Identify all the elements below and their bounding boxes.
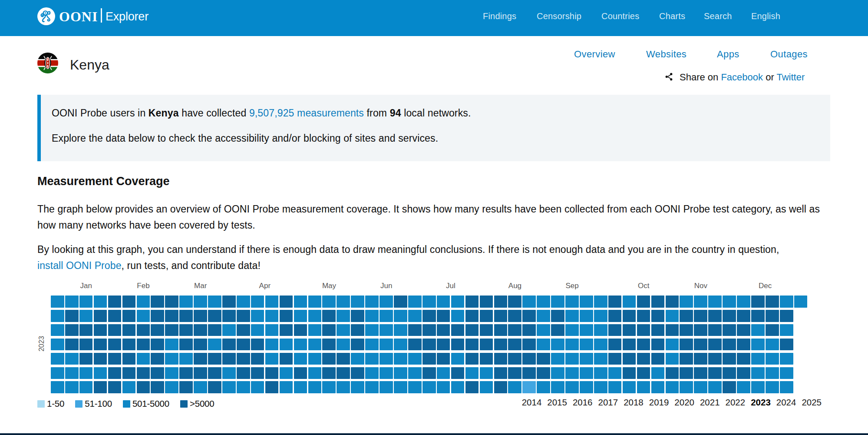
heatmap-cell[interactable] (251, 296, 264, 308)
heatmap-cell[interactable] (408, 339, 422, 351)
heatmap-cell[interactable] (751, 296, 765, 308)
heatmap-cell[interactable] (537, 381, 550, 393)
heatmap-cell[interactable] (422, 296, 436, 308)
heatmap-cell[interactable] (437, 324, 450, 336)
heatmap-cell[interactable] (208, 353, 221, 365)
heatmap-cell[interactable] (222, 324, 236, 336)
heatmap-cell[interactable] (137, 353, 150, 365)
heatmap-cell[interactable] (65, 339, 79, 351)
heatmap-cell[interactable] (551, 296, 564, 308)
heatmap-cell[interactable] (494, 296, 508, 308)
heatmap-cell[interactable] (122, 339, 136, 351)
heatmap-cell[interactable] (580, 296, 593, 308)
heatmap-cell[interactable] (537, 339, 550, 351)
heatmap-cell[interactable] (79, 367, 93, 379)
heatmap-cell[interactable] (108, 367, 122, 379)
heatmap-cell[interactable] (308, 310, 322, 322)
heatmap-cell[interactable] (608, 324, 622, 336)
heatmap-cell[interactable] (623, 339, 636, 351)
heatmap-cell[interactable] (794, 296, 808, 308)
heatmap-cell[interactable] (623, 296, 636, 308)
heatmap-cell[interactable] (623, 310, 636, 322)
heatmap-cell[interactable] (522, 296, 536, 308)
header-nav-charts[interactable]: Charts (659, 11, 685, 21)
heatmap-cell[interactable] (637, 296, 650, 308)
heatmap-cell[interactable] (65, 353, 79, 365)
heatmap-cell[interactable] (137, 367, 150, 379)
heatmap-cell[interactable] (322, 310, 336, 322)
heatmap-cell[interactable] (137, 381, 150, 393)
heatmap-cell[interactable] (322, 367, 336, 379)
heatmap-cell[interactable] (666, 381, 679, 393)
country-nav-overview[interactable]: Overview (574, 49, 615, 60)
heatmap-cell[interactable] (79, 296, 93, 308)
heatmap-cell[interactable] (179, 353, 193, 365)
heatmap-cell[interactable] (151, 324, 164, 336)
heatmap-cell[interactable] (666, 324, 679, 336)
heatmap-cell[interactable] (151, 339, 164, 351)
heatmap-cell[interactable] (280, 353, 293, 365)
heatmap-cell[interactable] (766, 324, 779, 336)
heatmap-cell[interactable] (594, 310, 607, 322)
heatmap-cell[interactable] (79, 310, 93, 322)
heatmap-cell[interactable] (380, 367, 393, 379)
heatmap-cell[interactable] (408, 381, 422, 393)
heatmap-cell[interactable] (608, 310, 622, 322)
heatmap-cell[interactable] (637, 310, 650, 322)
heatmap-cell[interactable] (565, 324, 579, 336)
heatmap-cell[interactable] (51, 367, 64, 379)
heatmap-cell[interactable] (465, 310, 479, 322)
heatmap-cell[interactable] (94, 339, 107, 351)
heatmap-cell[interactable] (194, 296, 207, 308)
heatmap-cell[interactable] (237, 353, 250, 365)
heatmap-cell[interactable] (265, 353, 279, 365)
heatmap-cell[interactable] (494, 310, 508, 322)
heatmap-cell[interactable] (51, 324, 64, 336)
heatmap-cell[interactable] (494, 324, 508, 336)
heatmap-cell[interactable] (294, 324, 307, 336)
heatmap-cell[interactable] (780, 367, 793, 379)
heatmap-cell[interactable] (508, 381, 521, 393)
heatmap-cell[interactable] (280, 339, 293, 351)
heatmap-cell[interactable] (380, 324, 393, 336)
heatmap-cell[interactable] (551, 367, 564, 379)
heatmap-cell[interactable] (522, 339, 536, 351)
heatmap-cell[interactable] (666, 339, 679, 351)
year-option-2023[interactable]: 2023 (751, 397, 771, 408)
heatmap-cell[interactable] (365, 310, 379, 322)
heatmap-cell[interactable] (51, 381, 64, 393)
heatmap-cell[interactable] (766, 296, 779, 308)
heatmap-cell[interactable] (551, 310, 564, 322)
year-option-2021[interactable]: 2021 (700, 397, 720, 408)
heatmap-cell[interactable] (694, 296, 707, 308)
heatmap-cell[interactable] (694, 381, 707, 393)
year-option-2016[interactable]: 2016 (573, 397, 593, 408)
heatmap-cell[interactable] (422, 381, 436, 393)
heatmap-cell[interactable] (637, 353, 650, 365)
heatmap-cell[interactable] (780, 339, 793, 351)
heatmap-cell[interactable] (322, 296, 336, 308)
heatmap-cell[interactable] (737, 353, 750, 365)
heatmap-cell[interactable] (451, 353, 465, 365)
heatmap-cell[interactable] (179, 324, 193, 336)
heatmap-cell[interactable] (79, 381, 93, 393)
heatmap-cell[interactable] (194, 310, 207, 322)
heatmap-cell[interactable] (680, 310, 693, 322)
heatmap-cell[interactable] (580, 353, 593, 365)
heatmap-cell[interactable] (365, 381, 379, 393)
year-option-2015[interactable]: 2015 (547, 397, 567, 408)
heatmap-cell[interactable] (208, 310, 221, 322)
year-option-2025[interactable]: 2025 (802, 397, 822, 408)
heatmap-cell[interactable] (422, 324, 436, 336)
heatmap-cell[interactable] (480, 310, 493, 322)
heatmap-cell[interactable] (651, 296, 665, 308)
heatmap-cell[interactable] (680, 296, 693, 308)
heatmap-cell[interactable] (94, 296, 107, 308)
heatmap-cell[interactable] (723, 367, 736, 379)
heatmap-cell[interactable] (294, 310, 307, 322)
heatmap-cell[interactable] (151, 353, 164, 365)
heatmap-cell[interactable] (651, 310, 665, 322)
heatmap-cell[interactable] (351, 324, 364, 336)
heatmap-cell[interactable] (422, 367, 436, 379)
heatmap-cell[interactable] (522, 367, 536, 379)
